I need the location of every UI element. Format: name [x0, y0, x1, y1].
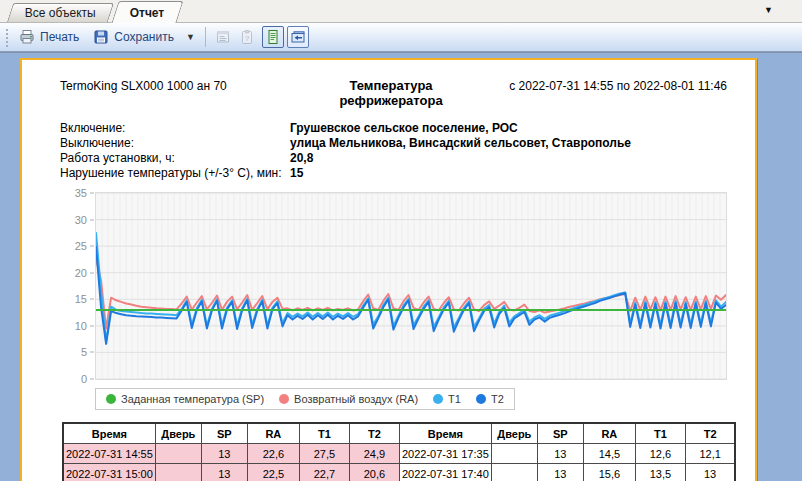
table-cell: 13	[201, 444, 247, 464]
print-button-label: Печать	[40, 30, 79, 44]
t1-series-dot-icon	[433, 394, 443, 404]
table-cell: 13	[685, 464, 735, 481]
y-tick-label: 25	[75, 241, 94, 252]
tab-report-label: Отчет	[130, 6, 165, 20]
sp-series-dot-icon	[106, 394, 116, 404]
table-cell: 2022-07-31 15:00	[63, 464, 155, 481]
save-icon	[93, 29, 109, 45]
tab-bar: Все объекты Отчет ▼	[0, 0, 802, 23]
report-header: TermoKing SLX000 1000 ан 70 Температура …	[60, 78, 727, 108]
toolbar-grip-handle[interactable]	[4, 27, 9, 47]
tab-list-button[interactable]: ▼	[761, 2, 776, 18]
info-label: Включение:	[60, 121, 290, 136]
report-period: с 2022-07-31 14:55 по 2022-08-01 11:46	[477, 79, 727, 93]
legend-label: T2	[491, 393, 504, 405]
info-value: улица Мельникова, Винсадский сельсовет, …	[290, 136, 631, 151]
printer-icon	[19, 29, 35, 45]
table-cell: 22,5	[247, 464, 299, 481]
info-value: 20,8	[290, 151, 313, 166]
report-settings-button[interactable]	[211, 25, 235, 49]
help-icon: ?	[239, 29, 255, 45]
table-header-cell: RA	[583, 423, 635, 444]
table-cell: 12,6	[635, 444, 685, 464]
info-row: Включение: Грушевское сельское поселение…	[60, 121, 755, 136]
info-row: Нарушение температуры (+/-3° C), мин: 15	[60, 166, 755, 181]
table-header-cell: Время	[399, 423, 491, 444]
help-button[interactable]: ?	[235, 25, 259, 49]
device-name: TermoKing SLX000 1000 ан 70	[60, 79, 305, 93]
save-dropdown-button[interactable]: ▼	[181, 28, 200, 46]
chart-y-axis: 05101520253035	[69, 192, 95, 378]
table-cell: 13	[537, 444, 583, 464]
table-header-cell: Дверь	[155, 423, 201, 444]
table-header-cell: T1	[635, 423, 685, 444]
legend-item-sp: Заданная температура (SP)	[106, 393, 264, 405]
info-value: 15	[290, 166, 303, 181]
temperature-chart: 05101520253035	[69, 192, 755, 380]
legend-item-ra: Возвратный воздух (RA)	[279, 393, 418, 405]
tab-all-objects-label: Все объекты	[25, 6, 96, 20]
legend-label: Возвратный воздух (RA)	[294, 393, 418, 405]
y-tick-label: 10	[75, 320, 94, 331]
page-portrait-icon	[265, 29, 281, 45]
table-cell: 13	[537, 464, 583, 481]
info-label: Выключение:	[60, 136, 290, 151]
table-header-cell: SP	[537, 423, 583, 444]
info-value: Грушевское сельское поселение, РОС	[290, 121, 518, 136]
y-tick-label: 0	[81, 374, 94, 385]
dropdown-arrow-icon: ▼	[186, 32, 195, 42]
table-header-cell: T2	[349, 423, 399, 444]
y-tick-label: 15	[75, 294, 94, 305]
info-row: Выключение: улица Мельникова, Винсадский…	[60, 136, 755, 151]
save-button-label: Сохранить	[114, 30, 174, 44]
table-cell: 13,5	[635, 464, 685, 481]
page-landscape-icon	[290, 29, 306, 45]
svg-text:?: ?	[245, 34, 250, 43]
info-label: Работа установки, ч:	[60, 151, 290, 166]
tab-report[interactable]: Отчет	[111, 1, 183, 23]
content-area: TermoKing SLX000 1000 ан 70 Температура …	[0, 52, 802, 481]
y-tick-label: 5	[81, 347, 94, 358]
table-cell: 12,1	[685, 444, 735, 464]
save-button[interactable]: Сохранить	[86, 25, 181, 49]
info-row: Работа установки, ч: 20,8	[60, 151, 755, 166]
table-cell: 13	[201, 464, 247, 481]
chevron-down-icon: ▼	[764, 5, 773, 15]
table-cell: 27,5	[299, 444, 349, 464]
table-cell	[155, 444, 201, 464]
portrait-view-button[interactable]	[262, 26, 284, 48]
table-cell	[491, 464, 537, 481]
table-cell: 2022-07-31 17:40	[399, 464, 491, 481]
table-header-cell: Дверь	[491, 423, 537, 444]
table-header-row: Время Дверь SP RA T1 T2 Время Дверь SP R…	[63, 423, 735, 444]
table-header-cell: SP	[201, 423, 247, 444]
tab-all-objects[interactable]: Все объекты	[7, 3, 114, 22]
landscape-view-button[interactable]	[287, 26, 309, 48]
toolbar-separator	[205, 27, 206, 47]
table-cell: 14,5	[583, 444, 635, 464]
toolbar: Печать Сохранить ▼	[0, 23, 802, 52]
table-cell	[155, 464, 201, 481]
table-cell: 20,6	[349, 464, 399, 481]
y-tick-label: 30	[75, 214, 94, 225]
info-label: Нарушение температуры (+/-3° C), мин:	[60, 166, 290, 181]
chart-legend: Заданная температура (SP) Возвратный воз…	[95, 388, 515, 410]
y-tick-label: 35	[75, 188, 94, 199]
table-cell: 2022-07-31 17:35	[399, 444, 491, 464]
table-row: 2022-07-31 14:55 13 22,6 27,5 24,9 2022-…	[63, 444, 735, 464]
report-info: Включение: Грушевское сельское поселение…	[60, 121, 755, 181]
legend-item-t2: T2	[476, 393, 504, 405]
legend-label: T1	[448, 393, 461, 405]
ra-series-dot-icon	[279, 394, 289, 404]
chart-plot-area	[95, 192, 727, 380]
table-header-cell: T2	[685, 423, 735, 444]
table-cell: 22,6	[247, 444, 299, 464]
table-cell: 22,7	[299, 464, 349, 481]
y-tick-label: 20	[75, 267, 94, 278]
table-header-cell: RA	[247, 423, 299, 444]
table-header-cell: Время	[63, 423, 155, 444]
report-page: TermoKing SLX000 1000 ан 70 Температура …	[20, 58, 757, 481]
legend-item-t1: T1	[433, 393, 461, 405]
print-button[interactable]: Печать	[12, 25, 86, 49]
table-cell: 15,6	[583, 464, 635, 481]
